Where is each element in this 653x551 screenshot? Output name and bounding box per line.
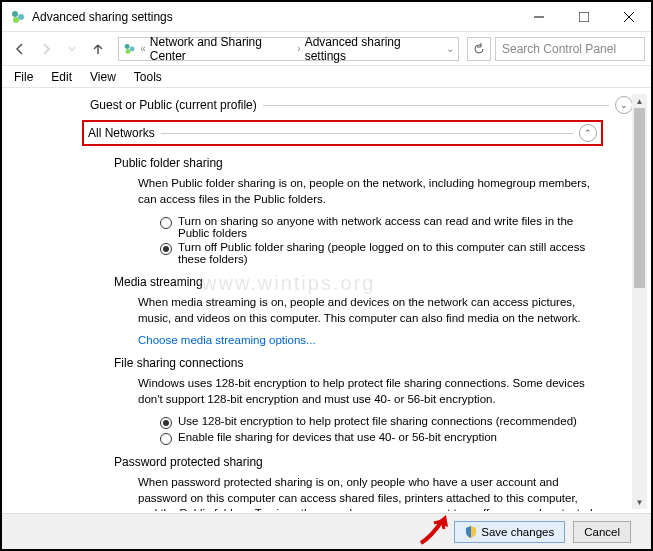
radio-pfs-off[interactable]: Turn off Public folder sharing (people l… [160, 241, 593, 265]
cancel-button[interactable]: Cancel [573, 521, 631, 543]
scroll-up-icon[interactable]: ▲ [632, 94, 647, 108]
breadcrumb[interactable]: « Network and Sharing Center › Advanced … [118, 37, 459, 61]
minimize-button[interactable] [516, 2, 561, 32]
forward-button[interactable] [34, 37, 58, 61]
menu-file[interactable]: File [6, 68, 41, 86]
control-panel-icon [123, 42, 136, 56]
section-all-networks[interactable]: All Networks ⌃ [82, 120, 603, 146]
menubar: File Edit View Tools [2, 66, 651, 88]
radio-icon [160, 433, 172, 445]
search-input[interactable]: Search Control Panel [495, 37, 645, 61]
radio-128bit[interactable]: Use 128-bit encryption to help protect f… [160, 415, 593, 429]
close-button[interactable] [606, 2, 651, 32]
radio-icon [160, 217, 172, 229]
window-title: Advanced sharing settings [32, 10, 516, 24]
up-button[interactable] [86, 37, 110, 61]
radio-pfs-on[interactable]: Turn on sharing so anyone with network a… [160, 215, 593, 239]
media-streaming-desc: When media streaming is on, people and d… [138, 295, 593, 326]
file-sharing-connections-desc: Windows uses 128-bit encryption to help … [138, 376, 593, 407]
chevron-down-icon[interactable]: ⌄ [615, 96, 633, 114]
menu-view[interactable]: View [82, 68, 124, 86]
svg-point-0 [12, 11, 18, 17]
radio-selected-icon [160, 243, 172, 255]
scroll-down-icon[interactable]: ▼ [632, 495, 647, 509]
maximize-button[interactable] [561, 2, 606, 32]
chevron-up-icon[interactable]: ⌃ [579, 124, 597, 142]
svg-point-7 [125, 44, 130, 49]
section-guest-public[interactable]: Guest or Public (current profile) ⌄ [90, 96, 633, 114]
media-streaming-link[interactable]: Choose media streaming options... [138, 334, 633, 346]
radio-selected-icon [160, 417, 172, 429]
breadcrumb-item[interactable]: Network and Sharing Center [150, 35, 293, 63]
breadcrumb-item[interactable]: Advanced sharing settings [305, 35, 438, 63]
svg-point-9 [125, 49, 130, 54]
password-protected-sharing-heading: Password protected sharing [114, 455, 633, 469]
content-pane: Guest or Public (current profile) ⌄ All … [2, 92, 651, 511]
svg-point-1 [18, 14, 24, 20]
media-streaming-heading: Media streaming [114, 275, 633, 289]
public-folder-sharing-heading: Public folder sharing [114, 156, 633, 170]
navbar: « Network and Sharing Center › Advanced … [2, 32, 651, 66]
scrollbar-thumb[interactable] [634, 108, 645, 288]
chevron-icon: « [140, 43, 146, 54]
file-sharing-connections-heading: File sharing connections [114, 356, 633, 370]
menu-edit[interactable]: Edit [43, 68, 80, 86]
menu-tools[interactable]: Tools [126, 68, 170, 86]
save-changes-button[interactable]: Save changes [454, 521, 565, 543]
chevron-down-icon[interactable]: ⌄ [446, 43, 454, 54]
chevron-icon: › [297, 43, 300, 54]
svg-point-8 [130, 46, 135, 51]
shield-icon [465, 526, 477, 538]
titlebar: Advanced sharing settings [2, 2, 651, 32]
svg-point-2 [13, 17, 19, 23]
control-panel-icon [10, 9, 26, 25]
password-protected-sharing-desc: When password protected sharing is on, o… [138, 475, 593, 511]
vertical-scrollbar[interactable]: ▲ ▼ [632, 94, 647, 509]
footer: Save changes Cancel [2, 513, 651, 549]
recent-dropdown[interactable] [60, 37, 84, 61]
public-folder-sharing-desc: When Public folder sharing is on, people… [138, 176, 593, 207]
radio-40-56bit[interactable]: Enable file sharing for devices that use… [160, 431, 593, 445]
back-button[interactable] [8, 37, 32, 61]
svg-rect-4 [579, 12, 589, 22]
refresh-button[interactable] [467, 37, 491, 61]
